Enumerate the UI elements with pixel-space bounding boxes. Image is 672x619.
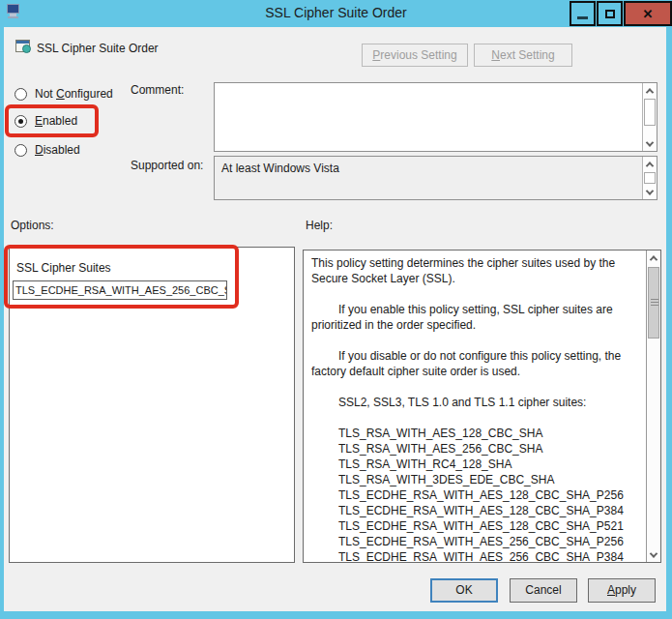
- comment-scrollbar[interactable]: [642, 83, 657, 151]
- comment-textarea[interactable]: [214, 82, 657, 152]
- cipher-suite-item: TLS_ECDHE_RSA_WITH_AES_256_CBC_SHA_P384: [338, 549, 639, 562]
- next-setting-button[interactable]: Next Setting: [474, 44, 572, 67]
- radio-circle-disabled[interactable]: [15, 144, 27, 157]
- help-paragraph: If you disable or do not configure this …: [311, 348, 639, 379]
- setting-title: SSL Cipher Suite Order: [37, 42, 159, 55]
- supported-scrollbar[interactable]: [642, 157, 657, 199]
- minimize-icon: [577, 16, 588, 19]
- radio-circle-enabled[interactable]: [15, 115, 27, 128]
- options-panel: SSL Cipher Suites TLS_ECDHE_RSA_WITH_AES…: [9, 247, 295, 563]
- help-text: This policy setting determines the ciphe…: [304, 251, 645, 562]
- scrollbar-thumb[interactable]: [644, 99, 656, 126]
- thumb-grip: [651, 299, 658, 307]
- radio-label-not-configured: Not Configured: [35, 87, 113, 101]
- options-label: Options:: [11, 219, 54, 232]
- help-paragraph: This policy setting determines the ciphe…: [311, 255, 639, 286]
- supported-on-textarea[interactable]: At least Windows Vista: [214, 156, 657, 200]
- radio-enabled[interactable]: Enabled: [15, 113, 77, 129]
- ssl-cipher-suite-order-dialog: SSL Cipher Suite Order ✕ SSL Cipher Suit…: [0, 0, 672, 619]
- cipher-suite-item: TLS_RSA_WITH_AES_128_CBC_SHA: [338, 426, 639, 441]
- ok-button[interactable]: OK: [430, 578, 498, 603]
- ssl-cipher-suites-input[interactable]: TLS_ECDHE_RSA_WITH_AES_256_CBC_SHA: [13, 280, 227, 300]
- radio-label-enabled: Enabled: [35, 114, 77, 128]
- supported-on-value: At least Windows Vista: [221, 162, 339, 175]
- cipher-suite-item: TLS_ECDHE_RSA_WITH_AES_128_CBC_SHA_P256: [338, 487, 639, 503]
- dialog-content: SSL Cipher Suite Order Previous Setting …: [4, 27, 666, 611]
- scrollbar-thumb[interactable]: [644, 172, 656, 184]
- cipher-suite-item: TLS_ECDHE_RSA_WITH_AES_128_CBC_SHA_P384: [338, 503, 639, 518]
- cipher-suite-item: TLS_RSA_WITH_3DES_EDE_CBC_SHA: [338, 472, 639, 487]
- help-scrollbar[interactable]: [646, 251, 660, 562]
- cipher-suite-item: TLS_RSA_WITH_RC4_128_SHA: [338, 457, 639, 472]
- supported-on-label: Supported on:: [131, 159, 203, 172]
- previous-setting-button[interactable]: Previous Setting: [362, 44, 468, 67]
- help-paragraph: If you enable this policy setting, SSL c…: [311, 302, 639, 333]
- radio-not-configured[interactable]: Not Configured: [15, 86, 113, 102]
- scroll-down-icon[interactable]: [643, 185, 657, 199]
- comment-label: Comment:: [131, 83, 184, 97]
- radio-circle-not-configured[interactable]: [15, 88, 27, 101]
- cipher-suite-item: TLS_ECDHE_RSA_WITH_AES_256_CBC_SHA_P256: [338, 534, 639, 549]
- close-icon: ✕: [643, 8, 654, 20]
- help-paragraph: SSL2, SSL3, TLS 1.0 and TLS 1.1 cipher s…: [311, 395, 639, 410]
- cipher-suite-item: TLS_RSA_WITH_AES_256_CBC_SHA: [338, 441, 639, 457]
- minimize-button[interactable]: [570, 1, 596, 26]
- close-button[interactable]: ✕: [624, 1, 672, 26]
- titlebar[interactable]: SSL Cipher Suite Order ✕: [0, 0, 672, 27]
- help-panel: This policy setting determines the ciphe…: [303, 250, 661, 563]
- cancel-button[interactable]: Cancel: [510, 578, 577, 603]
- maximize-button[interactable]: [597, 1, 623, 26]
- scroll-down-icon[interactable]: [643, 136, 657, 151]
- scroll-up-icon[interactable]: [647, 251, 660, 265]
- apply-button[interactable]: Apply: [588, 578, 656, 603]
- scrollbar-thumb[interactable]: [648, 267, 659, 339]
- maximize-icon: [605, 10, 615, 18]
- radio-disabled[interactable]: Disabled: [15, 142, 80, 158]
- radio-label-disabled: Disabled: [35, 143, 80, 157]
- policy-setting-icon: [15, 40, 32, 54]
- scroll-down-icon[interactable]: [647, 547, 660, 562]
- ssl-cipher-suites-label: SSL Cipher Suites: [16, 261, 111, 275]
- help-label: Help:: [306, 219, 333, 232]
- scroll-up-icon[interactable]: [643, 157, 657, 171]
- cipher-suite-item: TLS_ECDHE_RSA_WITH_AES_128_CBC_SHA_P521: [338, 518, 639, 534]
- scroll-up-icon[interactable]: [643, 83, 657, 98]
